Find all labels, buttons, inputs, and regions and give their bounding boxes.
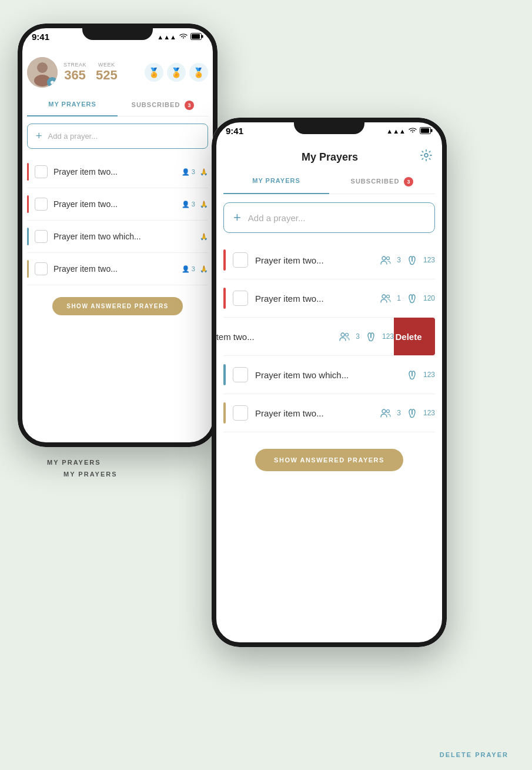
prayer-text: Prayer item two... — [255, 294, 373, 304]
phone1-label: MY PRAYERS — [63, 471, 118, 478]
phone1-time: 9:41 — [32, 32, 49, 42]
prayer-indicator — [27, 228, 29, 245]
phone-1: 9:41 ▲▲▲ — [18, 24, 218, 447]
prayer-hands-count: 123 — [423, 409, 435, 417]
prayer-hands-count: 123 — [423, 371, 435, 379]
phone1-stats: STREAK 365 WEEK 525 — [63, 62, 118, 83]
phone1-settings-badge[interactable] — [47, 77, 58, 88]
prayer-meta: 3 123 — [339, 331, 394, 342]
phone1-battery-icon — [190, 33, 203, 41]
phone1-week-label: WEEK — [96, 62, 118, 68]
phone2-wifi-icon — [409, 128, 417, 135]
phone1-subscribed-badge: 3 — [185, 101, 194, 110]
hands-icon: 🙏 — [200, 168, 208, 176]
phone2-my-prayers-tab[interactable]: MY PRAYERS — [223, 170, 329, 194]
phone-2: 9:41 ▲▲▲ — [212, 118, 447, 647]
table-row[interactable]: Prayer item two... 1 120 — [223, 279, 435, 318]
prayer-item-swiped[interactable]: rayer item two... 3 — [212, 318, 394, 355]
prayer-checkbox[interactable] — [233, 405, 248, 421]
prayer-indicator — [223, 288, 226, 309]
phone1-wifi-icon — [179, 34, 188, 41]
phone2-content: 9:41 ▲▲▲ — [212, 118, 447, 647]
phone2-show-answered-button[interactable]: SHOW ANSWERED PRAYERS — [255, 449, 403, 471]
prayer-indicator — [223, 402, 226, 424]
phone1-streak-value: 365 — [63, 68, 86, 83]
phone1-show-answered-button[interactable]: SHOW ANSWERED PRAYERS — [52, 297, 183, 315]
prayer-checkbox[interactable] — [35, 165, 48, 178]
phone2-add-placeholder: Add a prayer... — [248, 213, 306, 223]
praying-hands-icon — [407, 369, 417, 380]
svg-rect-1 — [192, 34, 200, 39]
prayer-hands-count: 123 — [382, 332, 394, 341]
table-row[interactable]: Prayer item two... 👤 3 🙏 — [27, 188, 208, 221]
prayer-indicator — [27, 260, 29, 278]
table-row[interactable]: Prayer item two... 👤 3 🙏 — [27, 156, 208, 188]
phone1-notch — [82, 24, 153, 40]
prayer-people-count: 3 — [397, 409, 401, 417]
phone1-screen-label: MY PRAYERS — [47, 459, 101, 466]
phone1-subscribed-tab[interactable]: SUBSCRIBED 3 — [118, 95, 208, 116]
phone2-nav: My Prayers — [212, 139, 447, 170]
praying-hands-icon — [407, 408, 417, 418]
svg-point-10 — [382, 256, 386, 260]
table-row[interactable]: Prayer item two... 3 123 — [223, 241, 435, 279]
praying-hands-icon — [407, 293, 417, 304]
phone2-tabs: MY PRAYERS SUBSCRIBED 3 — [223, 170, 435, 194]
prayer-meta: 1 120 — [380, 293, 435, 304]
phone2-battery-icon — [420, 127, 433, 135]
prayer-text: Prayer item two... — [53, 199, 176, 209]
prayer-checkbox[interactable] — [35, 230, 48, 243]
prayer-indicator — [27, 195, 29, 213]
bottom-delete-label: DELETE PRAYER — [440, 751, 508, 758]
phone2-notch — [294, 118, 364, 134]
phone2-add-icon: + — [233, 210, 241, 225]
praying-hands-icon — [366, 331, 376, 342]
svg-point-15 — [346, 334, 349, 336]
prayer-meta: 👤 3 🙏 — [182, 168, 208, 176]
table-row[interactable]: Prayer item two... 👤 3 🙏 — [27, 253, 208, 285]
phone2-status-icons: ▲▲▲ — [386, 127, 433, 135]
prayer-checkbox[interactable] — [233, 252, 248, 268]
prayer-text: Prayer item two... — [255, 408, 373, 418]
prayer-checkbox[interactable] — [35, 198, 48, 211]
badge-1: 🏅 — [145, 63, 163, 82]
prayer-text: rayer item two... — [212, 332, 332, 342]
svg-rect-8 — [431, 129, 433, 132]
prayer-checkbox[interactable] — [233, 291, 248, 306]
prayer-checkbox[interactable] — [35, 262, 48, 275]
phone2-add-prayer-bar[interactable]: + Add a prayer... — [223, 202, 435, 233]
svg-point-16 — [382, 409, 386, 413]
phone1-streak-stat: STREAK 365 — [63, 62, 86, 83]
phone1-week-stat: WEEK 525 — [96, 62, 118, 83]
person-icon: 👤 3 — [182, 201, 195, 208]
phone1-week-value: 525 — [96, 68, 118, 83]
svg-rect-2 — [202, 35, 203, 38]
phone1-avatar[interactable] — [27, 57, 58, 88]
prayer-text: Prayer item two... — [53, 167, 176, 176]
table-row[interactable]: Prayer item two which... 123 — [223, 356, 435, 394]
prayer-text: Prayer item two which... — [53, 232, 194, 241]
prayer-meta: 👤 3 🙏 — [182, 201, 208, 208]
person-group-icon — [380, 255, 391, 265]
phone1-my-prayers-tab[interactable]: MY PRAYERS — [27, 95, 118, 116]
hands-icon: 🙏 — [200, 201, 208, 208]
phone1-header: STREAK 365 WEEK 525 🏅 🏅 🏅 — [18, 50, 218, 95]
phone1-add-prayer-bar[interactable]: + Add a prayer... — [27, 124, 208, 149]
phone1-signal-icon: ▲▲▲ — [157, 34, 176, 41]
table-row[interactable]: Prayer item two which... 🙏 — [27, 221, 208, 253]
prayer-meta: 🙏 — [200, 233, 208, 241]
table-row[interactable]: Prayer item two... 3 123 — [223, 394, 435, 432]
phone2-subscribed-badge: 3 — [404, 177, 413, 186]
hands-icon: 🙏 — [200, 265, 208, 273]
prayer-checkbox[interactable] — [233, 367, 248, 382]
phone2-time: 9:41 — [226, 126, 243, 136]
person-group-icon — [380, 408, 391, 418]
svg-point-9 — [424, 154, 428, 157]
svg-point-13 — [387, 295, 390, 298]
hands-icon: 🙏 — [200, 233, 208, 241]
table-row-swiped[interactable]: rayer item two... 3 — [223, 318, 435, 356]
phone2-prayer-list: Prayer item two... 3 123 — [212, 241, 447, 432]
badge-3: 🏅 — [189, 63, 208, 82]
phone2-settings-icon[interactable] — [420, 149, 433, 165]
phone2-subscribed-tab[interactable]: SUBSCRIBED 3 — [329, 170, 435, 194]
